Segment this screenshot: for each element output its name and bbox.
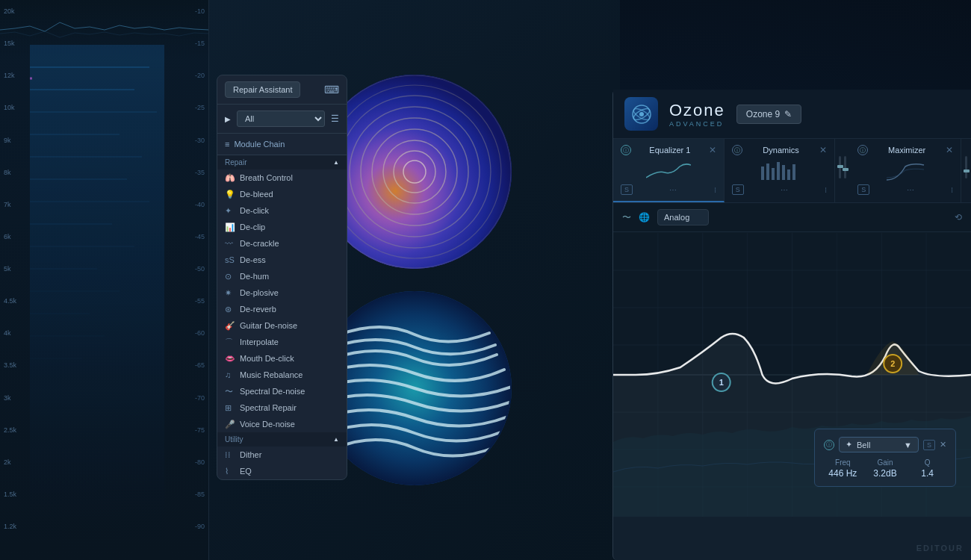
menu-item-label: De-bleed — [240, 190, 273, 199]
freq-value[interactable]: 446 Hz — [828, 468, 857, 479]
bell-type-label: Bell — [857, 441, 870, 449]
utility-collapse-arrow[interactable]: ▲ — [333, 436, 339, 443]
menu-item-label: Mouth De-click — [240, 354, 294, 363]
module-bar: ⓘ Equalizer 1 ✕ S ⋯ ⁝ ⓘ Dynamics ✕ — [613, 139, 971, 203]
bell-dropdown-arrow: ▼ — [904, 441, 912, 449]
maximizer-settings-icon[interactable]: ⋯ — [907, 186, 914, 194]
de-reverb-icon: ⊛ — [225, 305, 232, 314]
menu-item-de-click[interactable]: ✦ De-click — [217, 202, 347, 219]
menu-item-voice-denoise[interactable]: 🎤 Voice De-noise — [217, 416, 347, 432]
maximizer-close-button[interactable]: ✕ — [946, 145, 953, 155]
module-card-maximizer[interactable]: ⓘ Maximizer ✕ S ⋯ ⁝ — [850, 139, 961, 202]
bell-star-icon: ✦ — [846, 440, 852, 449]
equalizer-solo-button[interactable]: S — [621, 184, 633, 195]
menu-item-label: Breath Control — [240, 173, 293, 182]
eq-toolbar: 〜 🌐 Analog ⟲ — [613, 203, 971, 232]
dynamics-solo-button[interactable]: S — [732, 184, 744, 195]
menu-item-de-reverb[interactable]: ⊛ De-reverb — [217, 301, 347, 317]
menu-item-dither[interactable]: ⁞⁞ Dither — [217, 447, 347, 463]
menu-item-music-rebalance[interactable]: ♫ Music Rebalance — [217, 367, 347, 383]
de-click-icon: ✦ — [225, 206, 232, 216]
menu-item-label: De-click — [240, 206, 269, 215]
menu-item-mouth-declick[interactable]: 👄 Mouth De-click — [217, 350, 347, 367]
spectral-denoise-icon: 〜 — [225, 386, 233, 397]
svg-rect-32 — [761, 167, 764, 180]
menu-item-spectral-denoise[interactable]: 〜 Spectral De-noise — [217, 383, 347, 399]
menu-item-de-ess[interactable]: sS De-ess — [217, 252, 347, 268]
bell-popup: ⓘ ✦ Bell ▼ S ✕ Freq 446 Hz Gain 3.2dB — [814, 429, 956, 487]
menu-item-interpolate[interactable]: ⌒ Interpolate — [217, 334, 347, 350]
de-ess-icon: sS — [225, 255, 235, 264]
menu-item-label: Spectral Repair — [240, 403, 297, 412]
menu-item-de-hum[interactable]: ⊙ De-hum — [217, 268, 347, 284]
module-card-dynamics[interactable]: ⓘ Dynamics ✕ S ⋯ ⁝ — [725, 139, 836, 202]
menu-item-de-plosive[interactable]: ✷ De-plosive — [217, 284, 347, 301]
list-view-icon[interactable]: ☰ — [331, 113, 339, 124]
equalizer-settings-icon[interactable]: ⋯ — [669, 186, 677, 194]
dynamics-close-button[interactable]: ✕ — [819, 145, 827, 155]
q-value[interactable]: 1.4 — [921, 468, 934, 479]
menu-item-label: EQ — [240, 467, 252, 476]
eq-globe-button[interactable]: 🌐 — [639, 212, 650, 223]
eq-reset-icon[interactable]: ⟲ — [955, 212, 962, 223]
repair-icon: ⌨ — [324, 84, 339, 96]
dynamics-settings-icon[interactable]: ⋯ — [781, 186, 788, 194]
menu-item-label: De-crackle — [240, 239, 279, 248]
menu-item-label: De-clip — [240, 223, 265, 231]
menu-item-guitar-denoise[interactable]: 🎸 Guitar De-noise — [217, 317, 347, 334]
equalizer-controls: S ⋯ ⁝ — [621, 184, 716, 195]
dynamics-controls: S ⋯ ⁝ — [732, 184, 828, 195]
bell-power-button[interactable]: ⓘ — [824, 440, 834, 450]
module-card-equalizer[interactable]: ⓘ Equalizer 1 ✕ S ⋯ ⁝ — [613, 139, 725, 202]
maximizer-more-icon[interactable]: ⁝ — [951, 186, 953, 194]
menu-item-de-bleed[interactable]: 💡 De-bleed — [217, 186, 347, 202]
equalizer-power-button[interactable]: ⓘ — [621, 145, 631, 155]
play-button[interactable]: ▶ — [225, 115, 231, 123]
menu-item-breath-control[interactable]: 🫁 Breath Control — [217, 169, 347, 186]
repair-section-header: Repair ▲ — [217, 155, 347, 169]
bell-type-select[interactable]: ✦ Bell ▼ — [839, 437, 919, 452]
ozone-preset-button[interactable]: Ozone 9 ✎ — [736, 105, 801, 124]
bell-close-button[interactable]: ✕ — [940, 440, 946, 449]
gain-value[interactable]: 3.2dB — [873, 468, 896, 479]
menu-item-label: Guitar De-noise — [240, 321, 297, 330]
menu-item-label: Music Rebalance — [240, 370, 303, 379]
menu-item-label: Interpolate — [240, 337, 279, 346]
menu-item-eq[interactable]: ⌇ EQ — [217, 463, 347, 479]
analog-mode-select[interactable]: Analog — [657, 209, 709, 225]
menu-item-spectral-repair[interactable]: ⊞ Spectral Repair — [217, 399, 347, 416]
bell-solo-button[interactable]: S — [923, 440, 935, 450]
dynamics-more-icon[interactable]: ⁝ — [825, 186, 827, 194]
dynamics-name: Dynamics — [763, 146, 798, 155]
bell-gain-param: Gain 3.2dB — [866, 458, 905, 479]
repair-assistant-button[interactable]: Repair Assistant — [225, 81, 300, 98]
repair-panel-header: Repair Assistant ⌨ — [217, 75, 347, 105]
equalizer-more-icon[interactable]: ⁝ — [714, 186, 716, 194]
dither-icon: ⁞⁞ — [225, 450, 231, 460]
section-collapse-arrow[interactable]: ▲ — [333, 159, 339, 166]
fader-strips — [835, 139, 850, 202]
repair-panel: Repair Assistant ⌨ ▶ All ☰ ≡ Module Chai… — [217, 75, 347, 480]
maximizer-controls: S ⋯ ⁝ — [857, 184, 953, 195]
module-chain-icon: ≡ — [225, 140, 229, 149]
menu-item-de-clip[interactable]: 📊 De-clip — [217, 219, 347, 235]
maximizer-solo-button[interactable]: S — [857, 184, 869, 195]
module-chain-item[interactable]: ≡ Module Chain — [217, 134, 347, 155]
maximizer-name: Maximizer — [888, 146, 925, 155]
de-hum-icon: ⊙ — [225, 272, 232, 281]
spectrum-visualization — [0, 0, 208, 560]
svg-point-31 — [639, 112, 644, 116]
gain-label: Gain — [877, 458, 893, 467]
filter-select[interactable]: All — [237, 111, 325, 127]
maximizer-power-button[interactable]: ⓘ — [857, 145, 868, 155]
edit-icon: ✎ — [784, 109, 792, 119]
equalizer-close-button[interactable]: ✕ — [709, 145, 716, 155]
menu-item-label: De-hum — [240, 272, 269, 281]
menu-item-de-crackle[interactable]: 〰 De-crackle — [217, 235, 347, 252]
dynamics-power-button[interactable]: ⓘ — [732, 145, 742, 155]
svg-rect-36 — [782, 165, 785, 180]
eq-mode-button[interactable]: 〜 — [622, 211, 631, 224]
module-card-header-dynamics: ⓘ Dynamics ✕ — [732, 145, 828, 155]
preset-label: Ozone 9 — [746, 109, 780, 119]
equalizer-name: Equalizer 1 — [649, 146, 690, 155]
